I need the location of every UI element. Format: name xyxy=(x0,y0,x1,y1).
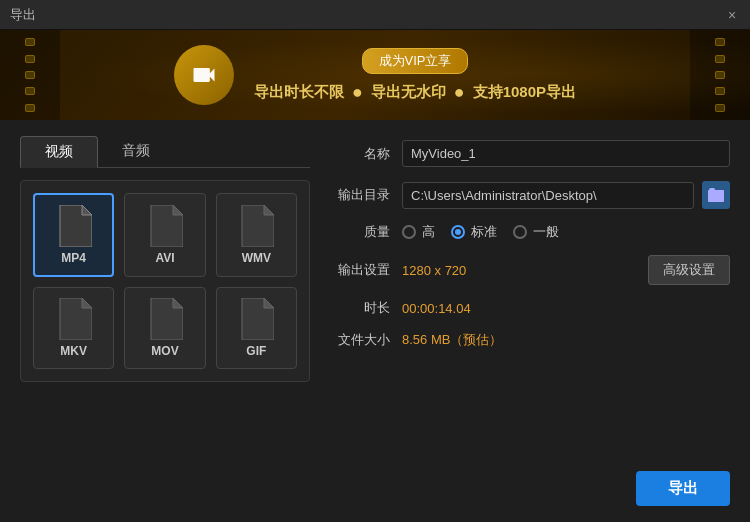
vip-button[interactable]: 成为VIP立享 xyxy=(362,48,469,74)
export-row: 导出 xyxy=(330,471,730,506)
dir-input-row xyxy=(402,181,730,209)
duration-value: 00:00:14.04 xyxy=(402,301,471,316)
gif-icon xyxy=(238,298,274,340)
film-strip-left xyxy=(0,30,60,120)
title-bar: 导出 × xyxy=(0,0,750,30)
film-hole xyxy=(715,104,725,112)
vip-dot1: ● xyxy=(352,82,363,103)
filesize-row: 文件大小 8.56 MB（预估） xyxy=(330,331,730,349)
film-hole xyxy=(715,87,725,95)
quality-standard[interactable]: 标准 xyxy=(451,223,497,241)
vip-content: 成为VIP立享 导出时长不限 ● 导出无水印 ● 支持1080P导出 xyxy=(254,48,576,103)
name-row: 名称 xyxy=(330,140,730,167)
film-hole xyxy=(715,55,725,63)
output-value: 1280 x 720 xyxy=(402,263,466,278)
right-panel: 名称 输出目录 质量 高 xyxy=(330,136,730,506)
vip-banner: 成为VIP立享 导出时长不限 ● 导出无水印 ● 支持1080P导出 xyxy=(0,30,750,120)
name-input[interactable] xyxy=(402,140,730,167)
dir-label: 输出目录 xyxy=(330,186,390,204)
mkv-label: MKV xyxy=(60,344,87,358)
dir-row: 输出目录 xyxy=(330,181,730,209)
quality-normal-label: 一般 xyxy=(533,223,559,241)
wmv-icon xyxy=(238,205,274,247)
film-hole xyxy=(25,87,35,95)
radio-standard-circle xyxy=(451,225,465,239)
filesize-label: 文件大小 xyxy=(330,331,390,349)
format-grid: MP4 AVI xyxy=(20,180,310,382)
name-label: 名称 xyxy=(330,145,390,163)
advanced-button[interactable]: 高级设置 xyxy=(648,255,730,285)
tabs: 视频 音频 xyxy=(20,136,310,168)
format-mp4[interactable]: MP4 xyxy=(33,193,114,277)
film-hole xyxy=(25,71,35,79)
duration-row: 时长 00:00:14.04 xyxy=(330,299,730,317)
vip-features: 导出时长不限 ● 导出无水印 ● 支持1080P导出 xyxy=(254,82,576,103)
export-button[interactable]: 导出 xyxy=(636,471,730,506)
mkv-icon xyxy=(56,298,92,340)
vip-feature3: 支持1080P导出 xyxy=(473,83,576,102)
quality-high-label: 高 xyxy=(422,223,435,241)
format-mkv[interactable]: MKV xyxy=(33,287,114,369)
film-strip-right xyxy=(690,30,750,120)
avi-label: AVI xyxy=(155,251,174,265)
quality-high[interactable]: 高 xyxy=(402,223,435,241)
filesize-value: 8.56 MB（预估） xyxy=(402,331,502,349)
film-hole xyxy=(715,38,725,46)
format-gif[interactable]: GIF xyxy=(216,287,297,369)
left-panel: 视频 音频 MP4 xyxy=(20,136,310,506)
folder-icon xyxy=(708,188,724,202)
radio-normal-circle xyxy=(513,225,527,239)
film-hole xyxy=(25,38,35,46)
film-hole xyxy=(25,55,35,63)
dir-input[interactable] xyxy=(402,182,694,209)
duration-label: 时长 xyxy=(330,299,390,317)
quality-radio-group: 高 标准 一般 xyxy=(402,223,559,241)
quality-row: 质量 高 标准 一般 xyxy=(330,223,730,241)
tab-audio[interactable]: 音频 xyxy=(98,136,174,168)
film-hole xyxy=(715,71,725,79)
output-settings-row: 输出设置 1280 x 720 高级设置 xyxy=(330,255,730,285)
main-content: 视频 音频 MP4 xyxy=(0,120,750,522)
output-label: 输出设置 xyxy=(330,261,390,279)
window-title: 导出 xyxy=(10,6,36,24)
radio-high-circle xyxy=(402,225,416,239)
close-button[interactable]: × xyxy=(724,7,740,23)
avi-icon xyxy=(147,205,183,247)
vip-dot2: ● xyxy=(454,82,465,103)
tab-video[interactable]: 视频 xyxy=(20,136,98,168)
film-hole xyxy=(25,104,35,112)
format-wmv[interactable]: WMV xyxy=(216,193,297,277)
format-avi[interactable]: AVI xyxy=(124,193,205,277)
gif-label: GIF xyxy=(246,344,266,358)
radio-standard-dot xyxy=(455,229,461,235)
wmv-label: WMV xyxy=(242,251,271,265)
quality-standard-label: 标准 xyxy=(471,223,497,241)
mov-icon xyxy=(147,298,183,340)
quality-label: 质量 xyxy=(330,223,390,241)
mp4-label: MP4 xyxy=(61,251,86,265)
format-mov[interactable]: MOV xyxy=(124,287,205,369)
mp4-icon xyxy=(56,205,92,247)
mov-label: MOV xyxy=(151,344,178,358)
folder-button[interactable] xyxy=(702,181,730,209)
quality-normal[interactable]: 一般 xyxy=(513,223,559,241)
vip-feature1: 导出时长不限 xyxy=(254,83,344,102)
vip-feature2: 导出无水印 xyxy=(371,83,446,102)
